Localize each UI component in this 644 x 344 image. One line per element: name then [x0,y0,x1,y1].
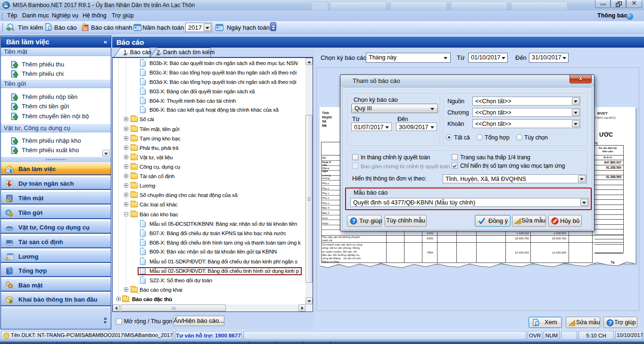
svg-text:?: ? [352,218,355,224]
svg-text:$: $ [10,213,12,217]
svg-text:?: ? [609,320,612,326]
